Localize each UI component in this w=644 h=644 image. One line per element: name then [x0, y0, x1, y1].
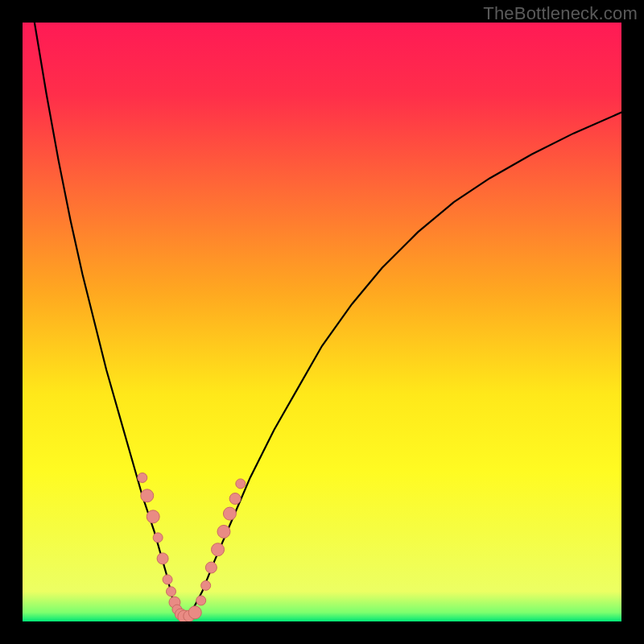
marker-dot — [153, 533, 163, 543]
marker-dot — [147, 510, 159, 523]
marker-dot — [229, 493, 241, 504]
marker-dot — [167, 587, 176, 597]
marker-dot — [188, 606, 201, 619]
chart-background — [23, 23, 621, 621]
marker-dot — [141, 489, 154, 502]
marker-dot — [205, 562, 217, 573]
marker-dot — [201, 580, 211, 590]
chart-frame — [23, 23, 621, 621]
marker-dot — [196, 596, 206, 605]
watermark-text: TheBottleneck.com — [483, 3, 638, 24]
marker-dot — [223, 507, 236, 520]
marker-dot — [236, 479, 246, 489]
marker-dot — [157, 553, 168, 564]
chart-svg — [23, 23, 621, 621]
marker-dot — [217, 525, 230, 538]
marker-dot — [163, 575, 172, 584]
marker-dot — [212, 543, 225, 556]
marker-dot — [138, 473, 147, 482]
